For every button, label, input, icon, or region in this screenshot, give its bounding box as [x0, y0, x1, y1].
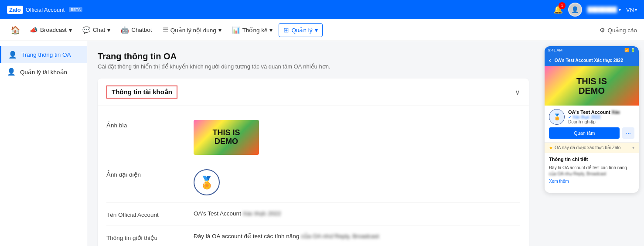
intro-row: Thông tin giới thiệu Đây là OA account đ…	[106, 226, 520, 246]
page-title: Trang thông tin OA	[98, 51, 529, 62]
nav-content-label: Quản lý nội dung	[170, 27, 216, 34]
phone-profile-row: 🏅 OA's Test Account Xác ✓ Xác thực 2022 …	[549, 109, 634, 125]
chat-icon: 💬	[82, 26, 91, 34]
sidebar-item-account-mgmt-label: Quản lý tài khoản	[20, 68, 67, 75]
zalo-logo-icon: Zalo	[7, 6, 23, 14]
nav-bar: 🏠 📣 Broadcast ▾ 💬 Chat ▾ 🤖 Chatbot ☰ Quả…	[0, 19, 644, 41]
phone-back-icon[interactable]: ‹	[549, 57, 551, 64]
content-chevron-icon: ▾	[218, 27, 221, 34]
phone-time: 9:41 AM	[548, 48, 562, 52]
top-header: Zalo Official Account BETA 🔔 1 👤 ███████…	[0, 0, 644, 19]
phone-detail-section: Thông tin chi tiết Đây là OA account để …	[545, 153, 639, 187]
phone-xem-them-link[interactable]: Xem thêm	[549, 179, 634, 184]
nav-statistics[interactable]: 📊 Thống kê ▾	[228, 24, 277, 37]
nav-broadcast-label: Broadcast	[40, 27, 67, 33]
home-nav-button[interactable]: 🏠	[7, 22, 24, 38]
header-avatar[interactable]: 👤	[568, 3, 582, 17]
lang-chevron-icon: ▾	[635, 7, 637, 12]
phone-nav-title: OA's Test Account Xác thực 2022	[555, 58, 623, 63]
zalo-logo: Zalo Official Account BETA	[7, 6, 82, 14]
chat-chevron-icon: ▾	[107, 27, 110, 34]
phone-verified-banner: ★ OA này đã được xác thực bởi Zalo ▾	[545, 143, 639, 153]
phone-avatar: 🏅	[549, 109, 565, 125]
phone-xacthuc-chevron-icon: ▾	[632, 145, 634, 150]
phone-status-icons: 📶 🔋	[624, 48, 635, 52]
nav-advertising[interactable]: ⚙ Quảng cáo	[600, 27, 637, 34]
phone-verified: ✓ Xác thực 2022	[568, 115, 634, 120]
avatar-value: 🏅	[194, 169, 520, 195]
oa-name-text: OA's Test Account	[194, 210, 241, 217]
broadcast-icon: 📣	[30, 26, 38, 34]
oa-name-blurred: Xác thực 2022	[243, 210, 281, 217]
phone-verified-star-icon: ★	[549, 145, 553, 150]
main-layout: 👤 Trang thông tin OA 👤 Quản lý tài khoản…	[0, 41, 644, 246]
nav-chatbot-label: Chatbot	[131, 27, 152, 33]
header-right: 🔔 1 👤 ████████ ▾ VN ▾	[553, 3, 637, 17]
phone-nav: ‹ OA's Test Account Xác thực 2022	[545, 54, 639, 66]
phone-account-name-text: OA's Test Account	[568, 109, 610, 115]
nav-advertising-label: Quảng cáo	[607, 27, 637, 34]
lang-label: VN	[626, 7, 634, 13]
content-management-icon: ☰	[163, 26, 168, 34]
phone-mockup: 9:41 AM 📶 🔋 ‹ OA's Test Account Xác thực…	[545, 46, 639, 193]
phone-actions: Quan tâm ···	[549, 127, 634, 139]
statistics-icon: 📊	[232, 26, 240, 34]
nav-chat[interactable]: 💬 Chat ▾	[78, 24, 115, 37]
cover-text-line1: THIS IS	[212, 129, 240, 137]
account-info-card: Thông tin tài khoản ∨ Ảnh bìa THIS IS DE…	[98, 79, 529, 246]
phone-detail-main-text: Đây là OA account để test các tính năng	[549, 165, 627, 170]
advertising-gear-icon: ⚙	[600, 27, 605, 34]
phone-cover-line2: DEMO	[576, 86, 607, 96]
account-name-blurred: ████████	[587, 7, 617, 13]
cover-image-value: THIS IS DEMO	[194, 120, 520, 155]
sidebar-item-oa-info-label: Trang thông tin OA	[21, 51, 71, 58]
intro-label: Thông tin giới thiệu	[106, 232, 194, 241]
account-info-card-header[interactable]: Thông tin tài khoản ∨	[98, 79, 529, 106]
notification-button[interactable]: 🔔 1	[553, 5, 563, 14]
account-info-chevron-icon: ∨	[515, 88, 520, 96]
nav-chatbot[interactable]: 🤖 Chatbot	[116, 24, 156, 37]
cover-image-label: Ảnh bìa	[106, 120, 194, 129]
account-info-card-title: Thông tin tài khoản	[106, 85, 177, 99]
avatar-image[interactable]: 🏅	[194, 169, 220, 195]
cover-image[interactable]: THIS IS DEMO	[194, 120, 259, 155]
sidebar-item-oa-info[interactable]: 👤 Trang thông tin OA	[0, 46, 87, 63]
phone-verified-text: Xác thực 2022	[572, 115, 600, 120]
phone-quan-tam-button[interactable]: Quan tâm	[549, 127, 620, 139]
phone-account-name: OA's Test Account Xác	[568, 109, 634, 115]
phone-profile: 🏅 OA's Test Account Xác ✓ Xác thực 2022 …	[545, 106, 639, 143]
beta-badge: BETA	[69, 7, 82, 12]
cover-image-text: THIS IS DEMO	[212, 129, 240, 146]
language-selector[interactable]: VN ▾	[626, 7, 637, 13]
nav-chat-label: Chat	[93, 27, 106, 33]
oa-info-icon: 👤	[8, 51, 17, 59]
sidebar-item-account-mgmt[interactable]: 👤 Quản lý tài khoản	[0, 63, 87, 80]
management-icon: ⊞	[283, 26, 289, 34]
intro-blurred: của OA như Reply, Broadcast	[301, 233, 379, 239]
phone-detail-text: Đây là OA account để test các tính năng …	[549, 165, 634, 177]
header-left: Zalo Official Account BETA	[7, 6, 82, 14]
official-account-text: Official Account	[26, 7, 65, 13]
management-chevron-icon: ▾	[315, 27, 318, 34]
phone-profile-info: OA's Test Account Xác ✓ Xác thực 2022 Do…	[568, 109, 634, 124]
phone-divider	[545, 190, 639, 190]
phone-doanh-nghiep: Doanh nghiệp	[568, 120, 634, 124]
phone-verified-icon: ✓	[568, 115, 572, 120]
phone-detail-blurred-text: của OA như Reply, Broadcast	[549, 171, 606, 176]
phone-account-name-blurred: Xác	[612, 109, 620, 115]
oa-name-row: Tên Official Account OA's Test Account X…	[106, 203, 520, 226]
notification-badge: 1	[559, 2, 566, 9]
phone-more-options-button[interactable]: ···	[622, 127, 634, 139]
nav-statistics-label: Thống kê	[242, 27, 268, 34]
page-subtitle: Cài đặt thông tin hiển thị để khuyến khí…	[98, 63, 529, 70]
nav-management-label: Quản lý	[291, 27, 312, 34]
intro-text: Đây là OA account để test các tính năng	[194, 233, 299, 239]
nav-broadcast[interactable]: 📣 Broadcast ▾	[25, 24, 76, 37]
nav-content-management[interactable]: ☰ Quản lý nội dung ▾	[158, 24, 226, 37]
nav-management[interactable]: ⊞ Quản lý ▾	[279, 23, 322, 37]
oa-name-value: OA's Test Account Xác thực 2022	[194, 210, 520, 217]
preview-panel: 9:41 AM 📶 🔋 ‹ OA's Test Account Xác thực…	[539, 41, 644, 246]
sidebar: 👤 Trang thông tin OA 👤 Quản lý tài khoản	[0, 41, 87, 246]
phone-cover-image: THIS IS DEMO	[545, 66, 639, 106]
account-name-dropdown[interactable]: ████████ ▾	[587, 7, 621, 13]
